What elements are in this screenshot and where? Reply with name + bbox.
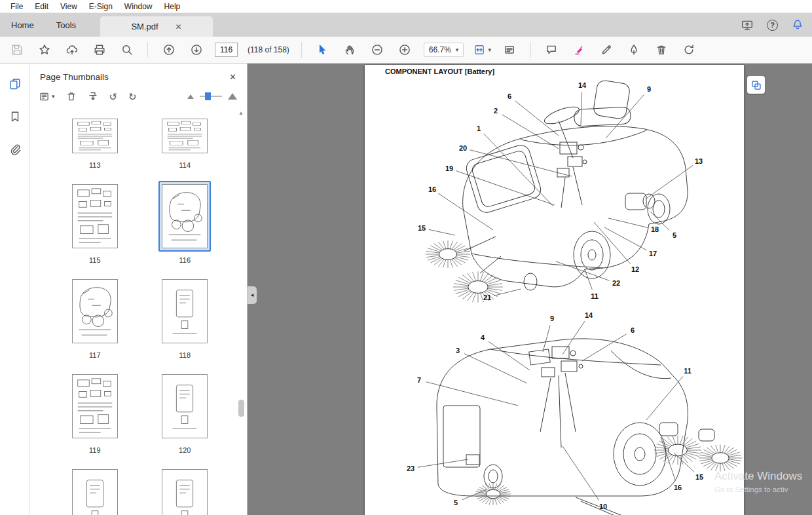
- page-display-button[interactable]: [501, 41, 519, 59]
- page-thumbnails-icon: [9, 78, 21, 90]
- page-thumbnails-rail-button[interactable]: [9, 78, 21, 92]
- extract-pages-button[interactable]: [88, 91, 98, 102]
- help-button[interactable]: ?: [767, 20, 778, 31]
- share-screen-button[interactable]: [741, 18, 754, 31]
- favorite-button[interactable]: [35, 41, 53, 59]
- slider-thumb[interactable]: [205, 92, 211, 100]
- menu-item-view[interactable]: View: [54, 1, 83, 12]
- document-viewport[interactable]: 14962120191615135181712221121 9146437111…: [248, 64, 812, 515]
- rotate-cw-button[interactable]: ↻: [128, 92, 137, 102]
- component-diagram: 14962120191615135181712221121 9146437111…: [365, 65, 744, 515]
- thumbnail-label: 118: [179, 351, 191, 359]
- trash-icon: [655, 44, 667, 56]
- bookmarks-rail-button[interactable]: [9, 111, 21, 125]
- zoom-level-select[interactable]: 66.7% ▾: [424, 43, 464, 57]
- tools-panel-button[interactable]: [747, 76, 765, 94]
- thumbnail-page-119[interactable]: 119: [57, 371, 133, 454]
- page-count-label: (118 of 158): [248, 45, 289, 54]
- refresh-button[interactable]: [680, 41, 698, 59]
- fill-sign-button[interactable]: [625, 41, 643, 59]
- menu-item-file[interactable]: File: [5, 1, 29, 12]
- sweeper-front-drawing: [426, 79, 688, 302]
- menu-item-window[interactable]: Window: [119, 1, 158, 12]
- tab-home[interactable]: Home: [0, 13, 45, 37]
- svg-text:22: 22: [612, 279, 620, 287]
- thumbnail-page-118[interactable]: 118: [147, 276, 223, 359]
- zoom-out-button[interactable]: [369, 41, 386, 59]
- close-icon[interactable]: ✕: [229, 72, 236, 82]
- thumbnails-zoom-out-icon[interactable]: [187, 92, 194, 100]
- thumbnail-page-114[interactable]: 114: [147, 115, 223, 169]
- thumbnail-grid: 113 114 115 116 117 118 119 120: [30, 107, 247, 515]
- svg-text:1: 1: [477, 124, 481, 132]
- svg-text:9: 9: [550, 315, 554, 322]
- thumbnail-page-115[interactable]: 115: [57, 181, 133, 264]
- fit-width-icon: [473, 44, 485, 56]
- save-button[interactable]: [8, 41, 26, 59]
- next-page-button[interactable]: [187, 41, 205, 59]
- thumbnails-scroll-area: 113 114 115 116 117 118 119 120 ▲: [30, 107, 247, 515]
- thumbnail-page-116[interactable]: 116: [147, 181, 223, 264]
- comment-button[interactable]: [543, 41, 561, 59]
- trash-icon: [66, 91, 77, 102]
- thumbnails-size-slider[interactable]: [200, 96, 222, 97]
- thumbnail-scrollbar[interactable]: ▲: [237, 107, 246, 515]
- menu-item-help[interactable]: Help: [158, 1, 187, 12]
- chevron-down-icon: ▾: [488, 47, 491, 53]
- panel-title: Page Thumbnails: [40, 72, 109, 82]
- find-button[interactable]: [118, 41, 136, 59]
- delete-button[interactable]: [653, 41, 671, 59]
- refresh-icon: [683, 44, 695, 56]
- thumbnail-page-partial[interactable]: [147, 466, 223, 515]
- svg-text:14: 14: [585, 311, 593, 319]
- svg-text:18: 18: [651, 225, 659, 233]
- close-icon[interactable]: ✕: [175, 23, 182, 31]
- scroll-up-icon[interactable]: ▲: [238, 110, 244, 116]
- thumbnail-label: 113: [89, 161, 101, 169]
- select-tool-button[interactable]: [314, 41, 331, 59]
- page-heading: COMPONENT LAYOUT [Battery]: [385, 67, 494, 75]
- thumbnails-toolbar: ▾ ↺ ↻: [30, 88, 247, 107]
- menu-item-esign[interactable]: E-Sign: [83, 1, 119, 12]
- notifications-button[interactable]: [791, 18, 804, 31]
- scrollbar-thumb[interactable]: [238, 400, 244, 417]
- paperclip-icon: [9, 143, 21, 155]
- svg-text:6: 6: [507, 92, 511, 100]
- tab-sm-pdf[interactable]: SM.pdf ✕: [100, 16, 213, 37]
- cursor-icon: [316, 44, 328, 56]
- previous-page-button[interactable]: [160, 41, 177, 59]
- upload-cloud-button[interactable]: [63, 41, 81, 59]
- chevron-down-icon: ▾: [456, 47, 459, 53]
- svg-text:9: 9: [647, 85, 651, 93]
- cloud-upload-icon: [66, 44, 78, 56]
- panel-collapse-button[interactable]: ◄: [248, 286, 257, 304]
- thumbnail-page-120[interactable]: 120: [147, 371, 223, 454]
- tab-tools[interactable]: Tools: [45, 13, 87, 37]
- thumbnails-options-button[interactable]: ▾: [39, 92, 55, 102]
- print-button[interactable]: [90, 41, 108, 59]
- question-icon: ?: [770, 21, 775, 29]
- bookmark-icon: [9, 111, 21, 123]
- svg-text:10: 10: [599, 503, 607, 510]
- attachments-rail-button[interactable]: [9, 143, 21, 158]
- svg-text:11: 11: [591, 292, 599, 300]
- thumbnail-page-partial[interactable]: [57, 466, 133, 515]
- rotate-ccw-button[interactable]: ↺: [109, 92, 118, 102]
- thumbnails-zoom-in-icon[interactable]: [227, 92, 238, 101]
- fit-width-select[interactable]: ▾: [473, 44, 491, 56]
- svg-text:21: 21: [483, 294, 491, 301]
- zoom-in-button[interactable]: [396, 41, 414, 59]
- thumbnail-page-113[interactable]: 113: [57, 115, 133, 169]
- thumbnail-label: 120: [179, 446, 191, 454]
- thumbnail-page-117[interactable]: 117: [57, 276, 133, 359]
- draw-button[interactable]: [598, 41, 616, 59]
- menu-item-edit[interactable]: Edit: [29, 1, 54, 12]
- svg-text:16: 16: [428, 185, 436, 193]
- hand-tool-button[interactable]: [341, 41, 359, 59]
- bell-icon: [792, 19, 803, 31]
- svg-text:19: 19: [445, 164, 453, 172]
- highlight-button[interactable]: [570, 41, 588, 59]
- svg-text:14: 14: [578, 81, 587, 89]
- delete-pages-button[interactable]: [66, 91, 77, 102]
- page-number-input[interactable]: [215, 43, 238, 57]
